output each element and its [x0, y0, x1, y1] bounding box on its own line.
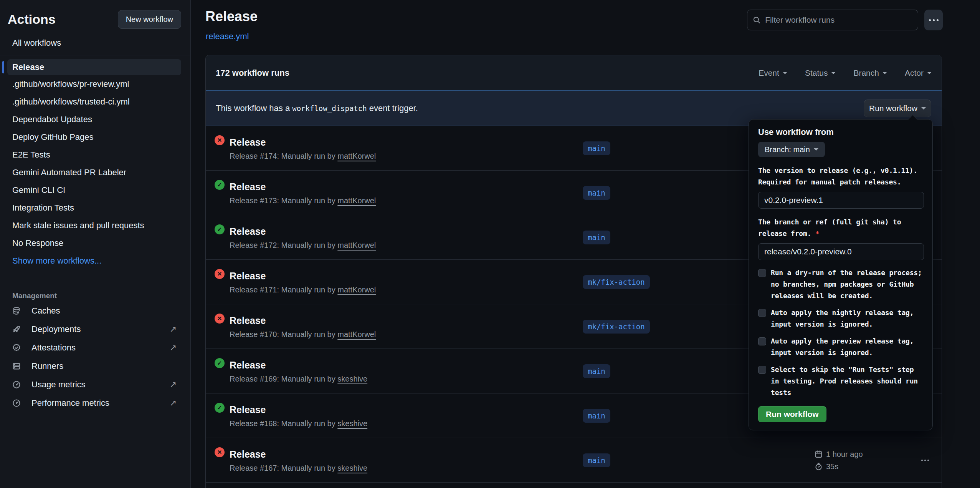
sidebar-item-workflow[interactable]: .github/workflows/trusted-ci.yml: [0, 93, 190, 111]
sidebar-item-caches[interactable]: Caches: [0, 302, 190, 320]
calendar-icon: [815, 450, 823, 458]
workflow-name: Gemini Automated PR Labeler: [12, 168, 126, 178]
workflow-name: No Response: [12, 238, 63, 248]
branch-select-button[interactable]: Branch: main: [758, 142, 825, 157]
branch-label[interactable]: mk/fix-action: [583, 275, 650, 289]
actor-link[interactable]: mattKorwel: [337, 241, 376, 249]
management-item-label: Performance metrics: [31, 398, 109, 408]
checkbox-row: Auto apply the preview release tag, inpu…: [758, 335, 923, 359]
sidebar-item-workflow[interactable]: Deploy GitHub Pages: [0, 128, 190, 146]
required-asterisk: *: [815, 229, 820, 237]
kebab-icon: [929, 19, 931, 21]
filter-event-dropdown[interactable]: Event: [759, 68, 787, 78]
workflow-name: Release: [12, 62, 44, 72]
sidebar-item-all-workflows[interactable]: All workflows: [0, 37, 190, 50]
sidebar-item-runners[interactable]: Runners: [0, 357, 190, 375]
filter-branch-dropdown[interactable]: Branch: [853, 68, 887, 78]
sidebar-item-workflow[interactable]: Mark stale issues and pull requests: [0, 217, 190, 234]
cache-icon: [12, 307, 21, 315]
new-workflow-button[interactable]: New workflow: [118, 10, 181, 29]
sidebar-item-deployments[interactable]: Deployments↗: [0, 320, 190, 339]
sidebar-item-workflow[interactable]: No Response: [0, 234, 190, 252]
actor-link[interactable]: mattKorwel: [337, 196, 376, 205]
sidebar-item-workflow[interactable]: Release: [7, 59, 181, 75]
chevron-down-icon: [921, 107, 926, 112]
actor-link[interactable]: mattKorwel: [337, 330, 376, 339]
chevron-down-icon: [831, 72, 836, 76]
checkbox[interactable]: [758, 309, 766, 317]
sidebar-item-workflow[interactable]: Gemini Automated PR Labeler: [0, 164, 190, 181]
page-kebab-button[interactable]: [924, 10, 943, 30]
chevron-down-icon: [783, 72, 787, 76]
branch-label[interactable]: main: [583, 409, 610, 423]
run-description: Release #168: Manually run by skeshive: [230, 419, 367, 428]
checkbox[interactable]: [758, 366, 766, 374]
workflow-input-field[interactable]: [758, 192, 924, 209]
run-workflow-submit-button[interactable]: Run workflow: [758, 406, 826, 422]
sidebar-item-workflow[interactable]: Gemini CLI CI: [0, 181, 190, 199]
checkbox-row: Auto apply the nightly release tag, inpu…: [758, 307, 923, 330]
workflow-input-field[interactable]: [758, 243, 924, 260]
failure-status-icon: ✕: [215, 314, 225, 324]
branch-label[interactable]: main: [583, 453, 610, 467]
sidebar-item-performance-metrics[interactable]: Performance metrics↗: [0, 394, 190, 412]
sidebar-item-workflow[interactable]: .github/workflows/pr-review.yml: [0, 75, 190, 93]
branch-label[interactable]: main: [583, 364, 610, 378]
branch-label[interactable]: main: [583, 186, 610, 200]
popover-fields: The version to release (e.g., v0.1.11). …: [758, 165, 923, 260]
run-description: Release #173: Manually run by mattKorwel: [230, 196, 376, 205]
checkbox[interactable]: [758, 337, 766, 345]
actor-link[interactable]: mattKorwel: [337, 152, 376, 160]
run-title-link[interactable]: Release: [230, 360, 367, 371]
branch-label[interactable]: main: [583, 141, 610, 155]
management-item-label: Usage metrics: [31, 380, 86, 390]
sidebar-item-workflow[interactable]: Dependabot Updates: [0, 111, 190, 128]
sidebar-item-workflow[interactable]: Integration Tests: [0, 199, 190, 217]
success-status-icon: ✓: [215, 180, 225, 190]
failure-status-icon: ✕: [215, 447, 225, 457]
runs-card-header: 172 workflow runs Event Status Branch Ac…: [206, 55, 942, 90]
external-link-icon: ↗: [170, 398, 177, 408]
run-title-link[interactable]: Release: [230, 226, 376, 237]
actor-link[interactable]: skeshive: [337, 464, 367, 472]
branch-label[interactable]: main: [583, 231, 610, 244]
run-description: Release #167: Manually run by skeshive: [230, 464, 367, 473]
run-workflow-dropdown-button[interactable]: Run workflow: [864, 100, 931, 117]
workflow-name: Deploy GitHub Pages: [12, 132, 94, 142]
run-kebab-button[interactable]: [917, 453, 934, 468]
chevron-down-icon: [927, 72, 932, 76]
run-title-link[interactable]: Release: [230, 404, 367, 415]
run-title-link[interactable]: Release: [230, 271, 376, 282]
sidebar-item-usage-metrics[interactable]: Usage metrics↗: [0, 375, 190, 394]
selected-indicator: [2, 61, 4, 73]
runs-filters: Event Status Branch Actor: [759, 68, 932, 78]
filter-status-dropdown[interactable]: Status: [805, 68, 836, 78]
checkbox[interactable]: [758, 269, 766, 277]
sidebar-item-workflow[interactable]: E2E Tests: [0, 146, 190, 164]
workflow-name: Gemini CLI CI: [12, 185, 65, 195]
show-more-workflows-link[interactable]: Show more workflows...: [0, 252, 190, 270]
server-icon: [12, 362, 21, 370]
management-item-label: Attestations: [31, 343, 76, 353]
workflow-name: Dependabot Updates: [12, 115, 92, 124]
run-title-link[interactable]: Release: [230, 181, 376, 193]
filter-workflow-runs-input[interactable]: [765, 15, 912, 25]
run-title-link[interactable]: Release: [230, 315, 376, 326]
input-field-label: The branch or ref (full git sha) to rele…: [758, 216, 923, 239]
workflow-file-link[interactable]: release.yml: [206, 32, 249, 41]
workflow-run-row: ✕ReleaseRelease #167: Manually run by sk…: [206, 438, 942, 483]
sidebar-title: Actions: [8, 12, 56, 27]
branch-label[interactable]: mk/fix-action: [583, 320, 650, 334]
next-run-row-partial: [206, 483, 942, 488]
meter-icon: [12, 399, 21, 407]
actor-link[interactable]: mattKorwel: [337, 285, 376, 294]
workflow-name: .github/workflows/trusted-ci.yml: [12, 97, 130, 107]
run-title-link[interactable]: Release: [230, 137, 376, 148]
checkbox-label: Run a dry-run of the release process; no…: [771, 267, 923, 302]
checkbox-label: Auto apply the preview release tag, inpu…: [771, 335, 923, 359]
filter-actor-dropdown[interactable]: Actor: [905, 68, 932, 78]
run-title-link[interactable]: Release: [230, 449, 367, 460]
actor-link[interactable]: skeshive: [337, 419, 367, 428]
actor-link[interactable]: skeshive: [337, 375, 367, 383]
sidebar-item-attestations[interactable]: Attestations↗: [0, 339, 190, 357]
